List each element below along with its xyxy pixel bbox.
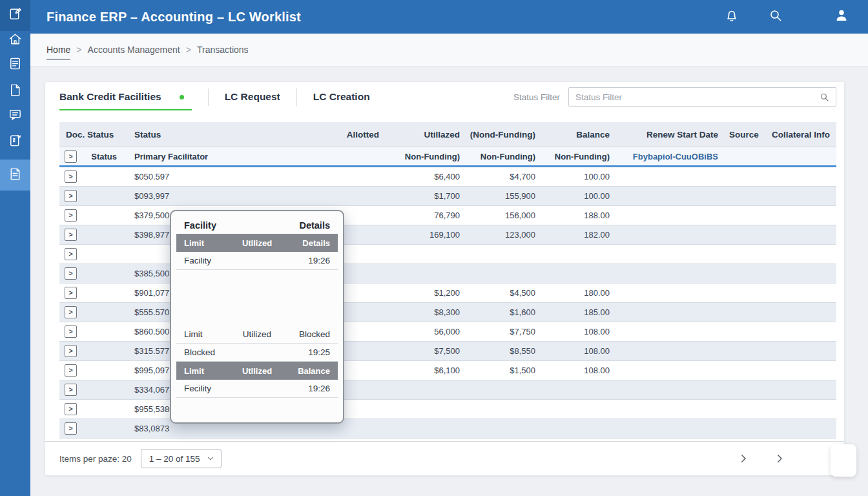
table-cell: 156,000 [466, 211, 544, 220]
table-cell: $6,400 [386, 172, 466, 181]
expand-row-button[interactable]: > [65, 190, 77, 202]
popup-row-facility[interactable]: Facility 19:26 [176, 252, 338, 270]
blank-page-icon [8, 83, 23, 100]
popup-row-blocked[interactable]: Blocked 19:25 [176, 344, 338, 362]
subheader-non-funding: Non-Funding) [466, 152, 544, 161]
expand-row-button[interactable]: > [65, 287, 77, 299]
column-header-doc-status[interactable]: Doc. Status [59, 130, 121, 140]
popup-bar-balance: Balance [282, 366, 330, 376]
table-cell: 155,900 [466, 191, 544, 201]
subheader-non-funding: Non-Funding) [544, 152, 618, 161]
popup-bar-utilized: Utllized [232, 238, 281, 248]
sidebar-item-messages[interactable] [0, 103, 30, 129]
expand-all-button[interactable]: > [65, 150, 77, 163]
breadcrumb-transactions[interactable]: Transactions [197, 45, 249, 55]
table-cell: 123,000 [466, 230, 544, 240]
table-cell: 182.00 [544, 230, 618, 240]
sidebar-item-worklist[interactable] [0, 160, 30, 191]
column-header-renew-start-date[interactable]: Renew Start Date [618, 130, 721, 140]
popup-row-fecility[interactable]: Fecility 19:26 [176, 380, 338, 398]
table-cell: $1,200 [386, 288, 466, 298]
expand-row-button[interactable]: > [65, 306, 77, 318]
chevron-right-icon [738, 453, 749, 464]
popup-header-bar-2: Limit Utllized Balance [176, 362, 338, 380]
expand-row-button[interactable]: > [65, 170, 77, 183]
table-cell: $050.597 [121, 172, 335, 181]
column-header-balance[interactable]: Balance [544, 130, 618, 140]
column-header-allotted[interactable]: Allotted [335, 130, 386, 140]
expand-row-button[interactable]: > [65, 209, 77, 222]
notifications-button[interactable] [723, 8, 740, 25]
expand-row-button[interactable]: > [65, 364, 77, 377]
sidebar-item-new-page[interactable] [0, 78, 30, 104]
status-filter-label: Status Filter [513, 92, 560, 102]
column-header-status[interactable]: Status [121, 130, 335, 140]
popup-row-time: 19:25 [308, 347, 330, 357]
bell-icon [724, 8, 739, 26]
column-header-non-funding[interactable]: (Nond-Funding) [466, 130, 544, 140]
popup-row-label: Blocked [184, 347, 215, 357]
search-icon[interactable] [819, 92, 830, 103]
table-cell: 100.00 [544, 172, 618, 181]
popup-empty-area [176, 270, 338, 326]
home-icon [8, 32, 23, 49]
tab-label: LC Request [225, 91, 280, 103]
expand-row-button[interactable]: > [65, 384, 77, 396]
expand-row-button[interactable]: > [65, 326, 77, 338]
popup-row-time: 19:26 [308, 256, 330, 265]
expand-row-button[interactable]: > [65, 345, 77, 357]
page-range-value: 1 – 20 of 155 [149, 454, 200, 464]
breadcrumb-accounts-management[interactable]: Accounts Management [88, 45, 180, 55]
column-header-collateral-info[interactable]: Collateral Info [767, 130, 836, 140]
sidebar-item-compose[interactable] [0, 2, 30, 28]
popup-header-bar: Limit Utllized Details [176, 234, 338, 252]
column-header-source[interactable]: Source [721, 130, 767, 140]
table-cell: $8,300 [386, 307, 466, 317]
green-status-dot [180, 95, 184, 99]
expand-row-button[interactable]: > [65, 267, 77, 280]
table-cell: 180.00 [544, 288, 618, 298]
table-cell: 56,000 [386, 327, 466, 336]
table-cell: $1,700 [386, 191, 466, 201]
tab-label: Bank Credit Facilities [59, 91, 161, 103]
compose-document-icon [8, 6, 23, 24]
popup-title: Facility [184, 220, 216, 231]
table-cell: 185.00 [544, 307, 618, 317]
chevron-right-icon [774, 453, 785, 464]
last-page-button[interactable] [773, 452, 786, 465]
column-header-utilized[interactable]: Utillazed [386, 130, 466, 140]
expand-row-button[interactable]: > [65, 403, 77, 415]
expand-row-button[interactable]: > [65, 422, 77, 435]
popup-bar-utilized: Utllized [232, 366, 281, 376]
sidebar-item-approvals[interactable] [0, 129, 30, 154]
breadcrumb-home[interactable]: Home [46, 45, 70, 60]
table-cell: $1,600 [466, 307, 544, 317]
sidebar-item-home[interactable] [0, 27, 30, 53]
subheader-renew-link[interactable]: Fbybapiol-CuuOBiBS [618, 152, 721, 161]
expand-row-button[interactable]: > [65, 248, 77, 260]
expand-row-button[interactable]: > [65, 229, 77, 241]
document-text-icon [8, 56, 23, 74]
table-header-row: Doc. Status Status Allotted Utillazed (N… [59, 122, 836, 147]
sidebar-item-documents[interactable] [0, 52, 30, 78]
table-cell: $7,500 [386, 346, 466, 356]
table-cell: 100.00 [544, 191, 618, 201]
chat-icon [8, 107, 23, 125]
next-page-button[interactable] [737, 452, 750, 465]
tab-label: LC Creation [313, 91, 370, 103]
page-range-select[interactable]: 1 – 20 of 155 [141, 449, 222, 468]
tab-divider [296, 88, 297, 106]
tab-lc-creation[interactable]: LC Creation [313, 83, 370, 110]
table-subheader-row: > Status Primary Facilitator Non-Funding… [59, 147, 836, 167]
tab-lc-request[interactable]: LC Request [225, 83, 280, 110]
popup-mid-header: Limit Utilized Blocked [176, 326, 338, 344]
table-cell: 188.00 [544, 211, 618, 220]
popup-bar-details: Details [282, 238, 330, 248]
table-cell: 108.00 [544, 366, 618, 375]
user-profile-button[interactable] [833, 8, 850, 25]
tab-bank-credit-facilities[interactable]: Bank Credit Facilities [59, 83, 192, 110]
chevron-down-icon [206, 454, 215, 463]
global-search-button[interactable] [767, 8, 784, 25]
popup-mid-blocked: Blocked [282, 329, 330, 339]
status-filter-input[interactable] [569, 88, 819, 105]
